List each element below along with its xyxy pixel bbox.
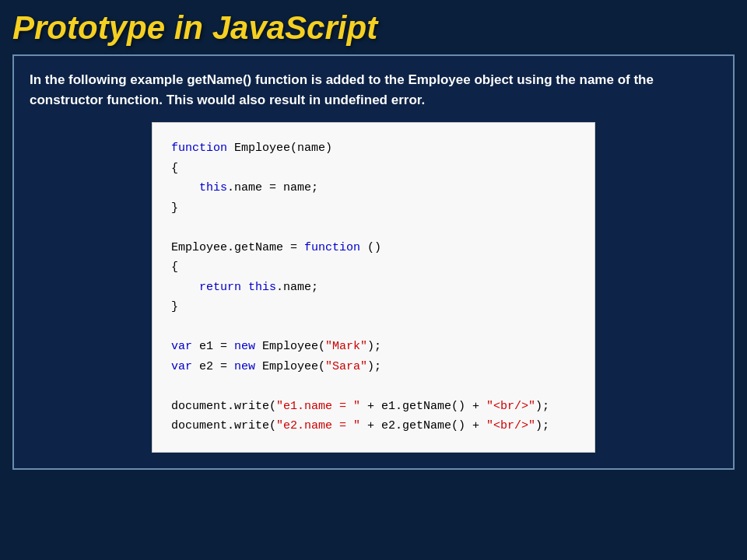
blank-line-3 — [171, 376, 576, 397]
code-line-12: document.write("e2.name = " + e2.getName… — [171, 416, 576, 436]
page-title: Prototype in JavaScript — [0, 0, 747, 54]
code-line-9: var e1 = new Employee("Mark"); — [171, 337, 576, 357]
code-line-2: { — [171, 159, 576, 179]
code-line-11: document.write("e1.name = " + e1.getName… — [171, 397, 576, 417]
blank-line-2 — [171, 317, 576, 338]
content-box: In the following example getName() funct… — [12, 54, 735, 470]
code-line-3: this.name = name; — [171, 178, 576, 198]
code-line-5: Employee.getName = function () — [171, 238, 576, 258]
code-line-8: } — [171, 297, 576, 317]
code-line-1: function Employee(name) — [171, 138, 576, 159]
code-line-6: { — [171, 257, 576, 278]
description-bold: This would also result in undefined erro… — [167, 93, 426, 107]
code-line-7: return this.name; — [171, 278, 576, 298]
code-line-4: } — [171, 198, 576, 219]
code-block: function Employee(name) { this.name = na… — [152, 122, 595, 453]
code-line-10: var e2 = new Employee("Sara"); — [171, 357, 576, 377]
description: In the following example getName() funct… — [30, 70, 717, 110]
blank-line-1 — [171, 218, 576, 238]
